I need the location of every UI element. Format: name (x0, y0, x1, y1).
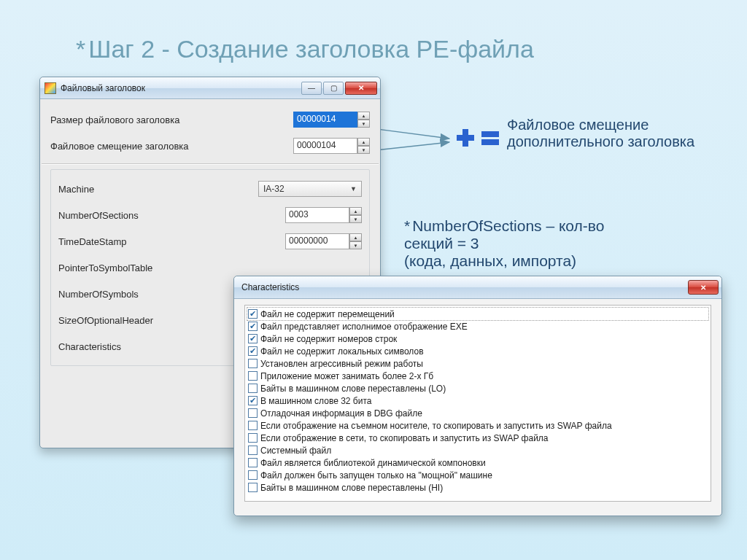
close-button[interactable]: ✕ (688, 280, 719, 295)
number-of-sections-input[interactable]: 0003 (285, 207, 349, 223)
spinner-down-icon[interactable]: ▼ (357, 146, 370, 154)
plus-equals-icons (455, 128, 500, 148)
characteristic-row[interactable]: Файл должен быть запущен только на "мощн… (247, 469, 708, 481)
characteristic-label: В машинном слове 32 бита (260, 396, 371, 406)
characteristic-label: Файл не содержит локальных символов (260, 346, 424, 357)
header-size-input[interactable]: 00000014 (293, 112, 357, 128)
checkbox[interactable] (248, 433, 258, 443)
characteristic-label: Установлен агрессивный режим работы (260, 359, 423, 369)
characteristic-label: Файл не содержит перемещений (260, 309, 395, 319)
checkbox[interactable] (248, 334, 258, 343)
asterisk-icon: * (404, 217, 410, 234)
spinner-up-icon[interactable]: ▲ (349, 207, 362, 215)
characteristic-row[interactable]: Установлен агрессивный режим работы (247, 357, 708, 370)
spinner-up-icon[interactable]: ▲ (357, 112, 370, 120)
characteristic-label: Файл представляет исполнимое отображение… (260, 322, 468, 332)
checkbox[interactable] (248, 371, 258, 381)
dialog-title: Characteristics (239, 282, 688, 292)
chevron-down-icon: ▼ (350, 185, 357, 192)
checkbox[interactable] (248, 470, 258, 480)
window-title: Файловый заголовок (61, 83, 301, 93)
checkbox[interactable] (248, 458, 258, 467)
characteristic-row[interactable]: Файл не содержит локальных символов (247, 345, 708, 357)
characteristic-row[interactable]: Отладочная информация в DBG файле (247, 407, 708, 419)
characteristic-row[interactable]: Системный файл (247, 444, 708, 456)
characteristics-dialog: Characteristics ✕ Файл не содержит перем… (233, 276, 722, 516)
checkbox[interactable] (248, 309, 258, 319)
machine-combobox[interactable]: IA-32 ▼ (258, 181, 362, 197)
characteristic-row[interactable]: Байты в машинном слове переставлены (HI) (247, 481, 708, 494)
spinner-down-icon[interactable]: ▼ (357, 120, 370, 128)
pointer-to-symbol-table-label: PointerToSymbolTable (58, 262, 362, 273)
spinner-up-icon[interactable]: ▲ (357, 138, 370, 146)
characteristic-row[interactable]: Файл является библиотекой динамической к… (247, 456, 708, 469)
spinner-down-icon[interactable]: ▼ (349, 215, 362, 223)
annotation-number-of-sections: *NumberOfSections – кол-во секций = 3 (к… (404, 217, 718, 270)
header-offset-label: Файловое смещение заголовка (50, 141, 293, 152)
divider (42, 163, 379, 165)
maximize-button[interactable]: ▢ (323, 82, 344, 95)
characteristic-row[interactable]: Если отображение на съемном носителе, то… (247, 419, 708, 432)
time-date-stamp-label: TimeDateStamp (58, 236, 285, 247)
characteristic-label: Файл должен быть запущен только на "мощн… (260, 470, 492, 481)
machine-value: IA-32 (263, 184, 285, 194)
characteristic-row[interactable]: Файл не содержит номеров строк (247, 332, 708, 345)
asterisk-icon: * (76, 35, 85, 63)
titlebar[interactable]: Characteristics ✕ (234, 276, 721, 299)
characteristic-label: Системный файл (260, 446, 331, 456)
checkbox[interactable] (248, 322, 258, 331)
number-of-sections-label: NumberOfSections (58, 210, 285, 221)
characteristic-label: Приложение может занимать более 2-х Гб (260, 371, 433, 381)
checkbox[interactable] (248, 384, 258, 393)
app-icon (44, 82, 56, 94)
characteristic-row[interactable]: Байты в машинном слове переставлены (LO) (247, 382, 708, 394)
characteristic-row[interactable]: Приложение может занимать более 2-х Гб (247, 370, 708, 382)
slide-title: *Шаг 2 - Создание заголовка PE-файла (76, 35, 534, 63)
characteristic-row[interactable]: Если отображение в сети, то скопировать … (247, 432, 708, 444)
characteristic-label: Байты в машинном слове переставлены (HI) (260, 483, 443, 493)
equals-icon (480, 128, 500, 148)
checkbox[interactable] (248, 446, 258, 455)
characteristics-list: Файл не содержит перемещенийФайл предста… (244, 305, 711, 502)
checkbox[interactable] (248, 346, 258, 356)
header-offset-input[interactable]: 00000104 (293, 138, 357, 154)
plus-icon (455, 128, 476, 148)
annotation-file-offset: Файловое смещение дополнительного заголо… (507, 117, 719, 150)
minimize-button[interactable]: — (301, 82, 322, 95)
characteristic-label: Байты в машинном слове переставлены (LO) (260, 384, 446, 394)
checkbox[interactable] (248, 421, 258, 430)
spinner-down-icon[interactable]: ▼ (349, 241, 362, 249)
checkbox[interactable] (248, 408, 258, 418)
spinner-up-icon[interactable]: ▲ (349, 233, 362, 241)
characteristic-row[interactable]: Файл представляет исполнимое отображение… (247, 320, 708, 332)
characteristic-row[interactable]: Файл не содержит перемещений (247, 308, 708, 320)
close-button[interactable]: ✕ (345, 82, 377, 95)
machine-label: Machine (58, 184, 258, 195)
time-date-stamp-input[interactable]: 00000000 (285, 233, 349, 249)
checkbox[interactable] (248, 359, 258, 368)
characteristic-label: Файл является библиотекой динамической к… (260, 458, 486, 468)
characteristic-label: Если отображение в сети, то скопировать … (260, 433, 549, 443)
header-size-label: Размер файлового заголовка (50, 114, 293, 125)
slide-title-text: Шаг 2 - Создание заголовка PE-файла (88, 35, 534, 63)
characteristic-label: Отладочная информация в DBG файле (260, 408, 422, 419)
checkbox[interactable] (248, 483, 258, 492)
characteristic-label: Файл не содержит номеров строк (260, 334, 397, 344)
titlebar[interactable]: Файловый заголовок — ▢ ✕ (40, 77, 380, 99)
characteristic-row[interactable]: В машинном слове 32 бита (247, 394, 708, 407)
characteristic-label: Если отображение на съемном носителе, то… (260, 421, 612, 431)
checkbox[interactable] (248, 396, 258, 405)
